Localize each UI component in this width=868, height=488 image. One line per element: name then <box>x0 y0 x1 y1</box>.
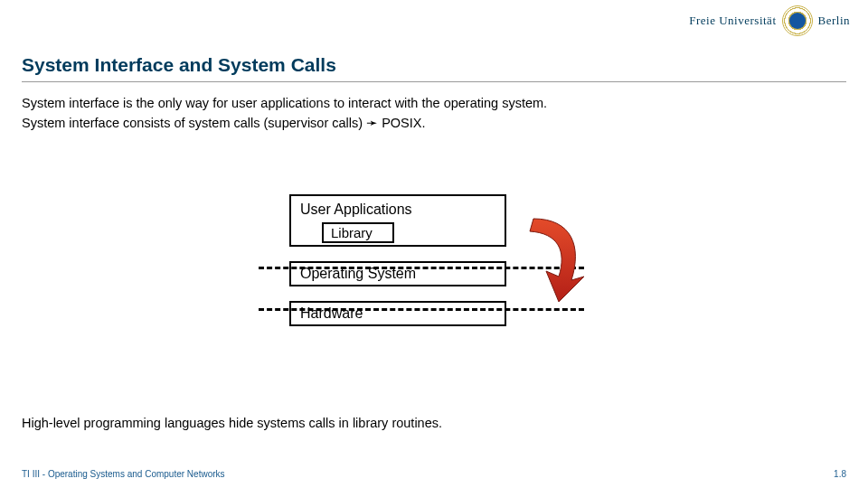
intro-line-1: System interface is the only way for use… <box>22 93 846 113</box>
conclusion-text: High-level programming languages hide sy… <box>22 416 442 430</box>
logo-text-right: Berlin <box>818 14 851 28</box>
box-library: Library <box>322 222 394 243</box>
slide-title: System Interface and System Calls <box>22 54 846 82</box>
university-logo: Freie Universität Berlin <box>689 5 850 36</box>
box-operating-system: Operating System <box>289 261 506 286</box>
box-hardware: Hardware <box>289 301 506 326</box>
box-user-applications: User Applications Library <box>289 194 506 247</box>
label-library: Library <box>331 225 373 240</box>
layer-diagram: User Applications Library Operating Syst… <box>289 194 579 326</box>
footer-course: TI III - Operating Systems and Computer … <box>22 469 225 479</box>
label-user-applications: User Applications <box>300 202 412 217</box>
slide: Freie Universität Berlin System Interfac… <box>0 0 868 488</box>
boundary-line-1 <box>259 267 584 269</box>
intro-text: System interface is the only way for use… <box>22 93 846 134</box>
footer-page: 1.8 <box>834 469 846 479</box>
logo-text-left: Freie Universität <box>689 14 776 28</box>
seal-icon <box>782 5 813 36</box>
intro-line-2: System interface consists of system call… <box>22 113 846 133</box>
boundary-line-2 <box>259 308 584 311</box>
